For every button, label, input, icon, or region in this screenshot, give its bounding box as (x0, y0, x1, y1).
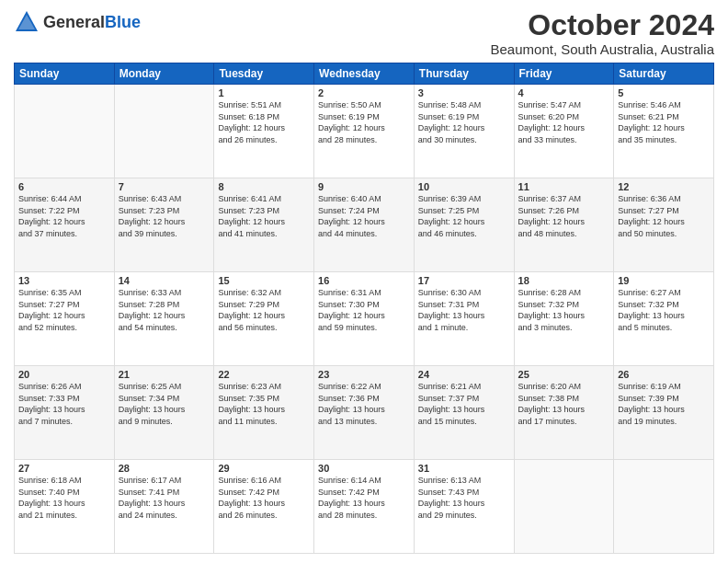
day-info: Sunrise: 6:20 AM Sunset: 7:38 PM Dayligh… (518, 381, 610, 427)
day-info: Sunrise: 6:39 AM Sunset: 7:25 PM Dayligh… (418, 193, 510, 239)
day-number: 2 (318, 87, 410, 98)
logo-general: General (43, 14, 105, 30)
calendar-cell (614, 460, 714, 554)
day-number: 30 (318, 463, 410, 474)
day-info: Sunrise: 6:13 AM Sunset: 7:43 PM Dayligh… (418, 475, 510, 521)
calendar-cell (15, 85, 115, 178)
day-info: Sunrise: 6:23 AM Sunset: 7:35 PM Dayligh… (218, 381, 310, 427)
calendar-cell: 14Sunrise: 6:33 AM Sunset: 7:28 PM Dayli… (114, 272, 214, 366)
day-number: 19 (618, 275, 710, 286)
day-info: Sunrise: 6:44 AM Sunset: 7:22 PM Dayligh… (18, 193, 110, 239)
day-info: Sunrise: 6:19 AM Sunset: 7:39 PM Dayligh… (618, 381, 710, 427)
day-number: 5 (618, 87, 710, 98)
day-info: Sunrise: 5:47 AM Sunset: 6:20 PM Dayligh… (518, 99, 610, 145)
day-info: Sunrise: 5:48 AM Sunset: 6:19 PM Dayligh… (418, 99, 510, 145)
calendar-cell: 19Sunrise: 6:27 AM Sunset: 7:32 PM Dayli… (614, 272, 714, 366)
calendar-cell: 13Sunrise: 6:35 AM Sunset: 7:27 PM Dayli… (15, 272, 115, 366)
calendar-cell: 1Sunrise: 5:51 AM Sunset: 6:18 PM Daylig… (214, 85, 314, 178)
sub-title: Beaumont, South Australia, Australia (491, 41, 714, 57)
col-friday: Friday (514, 63, 614, 85)
day-info: Sunrise: 6:14 AM Sunset: 7:42 PM Dayligh… (318, 475, 410, 521)
calendar-cell: 18Sunrise: 6:28 AM Sunset: 7:32 PM Dayli… (514, 272, 614, 366)
calendar-cell: 5Sunrise: 5:46 AM Sunset: 6:21 PM Daylig… (614, 85, 714, 178)
day-number: 29 (218, 463, 310, 474)
calendar-cell: 29Sunrise: 6:16 AM Sunset: 7:42 PM Dayli… (214, 460, 314, 554)
calendar-table: Sunday Monday Tuesday Wednesday Thursday… (14, 63, 714, 554)
day-number: 10 (418, 181, 510, 192)
calendar-cell: 4Sunrise: 5:47 AM Sunset: 6:20 PM Daylig… (514, 85, 614, 178)
day-info: Sunrise: 6:21 AM Sunset: 7:37 PM Dayligh… (418, 381, 510, 427)
day-info: Sunrise: 6:27 AM Sunset: 7:32 PM Dayligh… (618, 287, 710, 333)
calendar-cell: 22Sunrise: 6:23 AM Sunset: 7:35 PM Dayli… (214, 366, 314, 460)
day-number: 8 (218, 181, 310, 192)
col-saturday: Saturday (614, 63, 714, 85)
day-info: Sunrise: 6:41 AM Sunset: 7:23 PM Dayligh… (218, 193, 310, 239)
col-monday: Monday (114, 63, 214, 85)
day-info: Sunrise: 6:33 AM Sunset: 7:28 PM Dayligh… (119, 287, 210, 333)
day-info: Sunrise: 6:37 AM Sunset: 7:26 PM Dayligh… (518, 193, 610, 239)
day-info: Sunrise: 6:28 AM Sunset: 7:32 PM Dayligh… (518, 287, 610, 333)
day-number: 16 (318, 275, 410, 286)
day-info: Sunrise: 6:35 AM Sunset: 7:27 PM Dayligh… (18, 287, 110, 333)
day-number: 22 (218, 369, 310, 380)
day-info: Sunrise: 5:46 AM Sunset: 6:21 PM Dayligh… (618, 99, 710, 145)
day-info: Sunrise: 6:40 AM Sunset: 7:24 PM Dayligh… (318, 193, 410, 239)
calendar-cell: 2Sunrise: 5:50 AM Sunset: 6:19 PM Daylig… (314, 85, 415, 178)
header: GeneralBlue October 2024 Beaumont, South… (14, 9, 714, 57)
day-number: 12 (618, 181, 710, 192)
calendar-cell: 8Sunrise: 6:41 AM Sunset: 7:23 PM Daylig… (214, 178, 314, 272)
calendar-cell: 23Sunrise: 6:22 AM Sunset: 7:36 PM Dayli… (314, 366, 415, 460)
day-number: 1 (218, 87, 310, 98)
calendar-cell: 17Sunrise: 6:30 AM Sunset: 7:31 PM Dayli… (414, 272, 514, 366)
calendar-cell: 12Sunrise: 6:36 AM Sunset: 7:27 PM Dayli… (614, 178, 714, 272)
logo-blue: Blue (105, 14, 141, 30)
day-info: Sunrise: 6:36 AM Sunset: 7:27 PM Dayligh… (618, 193, 710, 239)
day-number: 11 (518, 181, 610, 192)
calendar-cell: 10Sunrise: 6:39 AM Sunset: 7:25 PM Dayli… (414, 178, 514, 272)
day-number: 17 (418, 275, 510, 286)
day-info: Sunrise: 6:31 AM Sunset: 7:30 PM Dayligh… (318, 287, 410, 333)
day-info: Sunrise: 5:50 AM Sunset: 6:19 PM Dayligh… (318, 99, 410, 145)
calendar-week-row: 1Sunrise: 5:51 AM Sunset: 6:18 PM Daylig… (15, 85, 714, 178)
title-block: October 2024 Beaumont, South Australia, … (491, 9, 714, 57)
calendar-cell: 6Sunrise: 6:44 AM Sunset: 7:22 PM Daylig… (15, 178, 115, 272)
day-info: Sunrise: 6:30 AM Sunset: 7:31 PM Dayligh… (418, 287, 510, 333)
day-number: 27 (18, 463, 110, 474)
day-number: 26 (618, 369, 710, 380)
day-number: 21 (119, 369, 210, 380)
col-tuesday: Tuesday (214, 63, 314, 85)
calendar-cell: 9Sunrise: 6:40 AM Sunset: 7:24 PM Daylig… (314, 178, 415, 272)
calendar-cell (514, 460, 614, 554)
day-number: 25 (518, 369, 610, 380)
day-number: 4 (518, 87, 610, 98)
day-info: Sunrise: 6:18 AM Sunset: 7:40 PM Dayligh… (18, 475, 110, 521)
day-info: Sunrise: 6:26 AM Sunset: 7:33 PM Dayligh… (18, 381, 110, 427)
calendar-cell: 15Sunrise: 6:32 AM Sunset: 7:29 PM Dayli… (214, 272, 314, 366)
calendar-cell: 25Sunrise: 6:20 AM Sunset: 7:38 PM Dayli… (514, 366, 614, 460)
col-sunday: Sunday (15, 63, 115, 85)
calendar-cell (114, 85, 214, 178)
day-number: 15 (218, 275, 310, 286)
day-number: 20 (18, 369, 110, 380)
day-number: 14 (119, 275, 210, 286)
day-info: Sunrise: 5:51 AM Sunset: 6:18 PM Dayligh… (218, 99, 310, 145)
day-number: 28 (119, 463, 210, 474)
calendar-week-row: 6Sunrise: 6:44 AM Sunset: 7:22 PM Daylig… (15, 178, 714, 272)
day-info: Sunrise: 6:22 AM Sunset: 7:36 PM Dayligh… (318, 381, 410, 427)
day-number: 18 (518, 275, 610, 286)
calendar-cell: 26Sunrise: 6:19 AM Sunset: 7:39 PM Dayli… (614, 366, 714, 460)
calendar-cell: 21Sunrise: 6:25 AM Sunset: 7:34 PM Dayli… (114, 366, 214, 460)
col-wednesday: Wednesday (314, 63, 415, 85)
day-number: 31 (418, 463, 510, 474)
calendar-cell: 16Sunrise: 6:31 AM Sunset: 7:30 PM Dayli… (314, 272, 415, 366)
day-info: Sunrise: 6:25 AM Sunset: 7:34 PM Dayligh… (119, 381, 210, 427)
day-info: Sunrise: 6:17 AM Sunset: 7:41 PM Dayligh… (119, 475, 210, 521)
calendar-cell: 20Sunrise: 6:26 AM Sunset: 7:33 PM Dayli… (15, 366, 115, 460)
day-info: Sunrise: 6:32 AM Sunset: 7:29 PM Dayligh… (218, 287, 310, 333)
day-number: 6 (18, 181, 110, 192)
calendar-cell: 28Sunrise: 6:17 AM Sunset: 7:41 PM Dayli… (114, 460, 214, 554)
logo: GeneralBlue (14, 9, 141, 35)
day-number: 13 (18, 275, 110, 286)
calendar-cell: 30Sunrise: 6:14 AM Sunset: 7:42 PM Dayli… (314, 460, 415, 554)
calendar-cell: 3Sunrise: 5:48 AM Sunset: 6:19 PM Daylig… (414, 85, 514, 178)
